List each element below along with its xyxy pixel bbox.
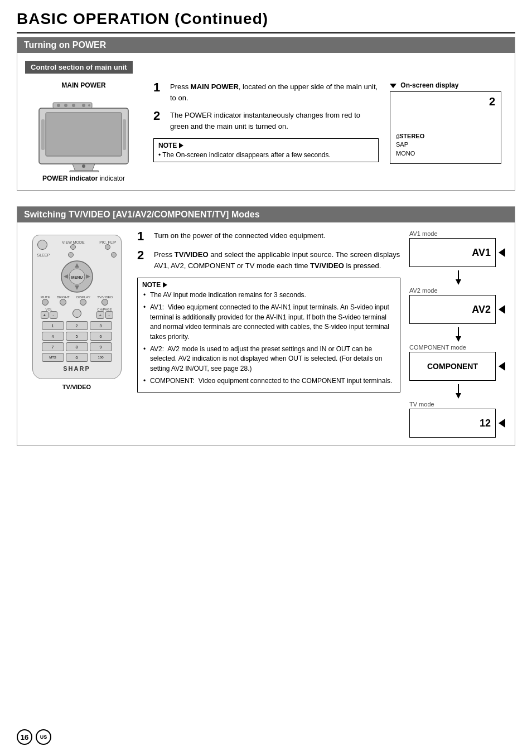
svg-point-9: [88, 104, 90, 106]
component-mode-label: COMPONENT mode: [409, 344, 507, 351]
note-list-2: The AV input mode indication remains for…: [142, 290, 395, 386]
svg-marker-21: [456, 279, 461, 285]
section2-body: VIEW MODE PIC. FLIP SLEEP: [17, 222, 515, 445]
arrow-down-svg-2: [453, 326, 464, 342]
onscreen-label: On-screen display: [390, 81, 507, 89]
remote-bright-btn: [60, 299, 66, 306]
remote-mute-btn: [42, 299, 49, 306]
remote-illustration: VIEW MODE PIC. FLIP SLEEP: [32, 235, 122, 379]
page-container: BASIC OPERATION (Continued) Turning on P…: [0, 0, 532, 756]
arrow-down-2: [409, 324, 507, 344]
switch-step2-text: Press TV/VIDEO and select the applicable…: [154, 249, 400, 271]
step1: 1 Press MAIN POWER, located on the upper…: [153, 81, 379, 103]
svg-rect-2: [41, 119, 45, 150]
remote-btn-1: 1: [42, 321, 64, 330]
note-arrow-2: [163, 282, 167, 288]
section2-header: Switching TV/VIDEO [AV1/AV2/COMPONENT/TV…: [17, 207, 515, 222]
section1-body: Control section of main unit MAIN POWER: [17, 53, 515, 190]
av-modes: AV1 mode AV1 AV: [409, 230, 507, 438]
page-number: 16: [17, 729, 32, 745]
switch-right: AV1 mode AV1 AV: [409, 230, 507, 438]
remote-btn-5: 5: [66, 332, 88, 341]
component-mode-box: COMPONENT: [409, 352, 496, 381]
svg-point-12: [82, 164, 85, 168]
arrow-down-1: [409, 267, 507, 287]
svg-rect-11: [70, 171, 99, 172]
power-content: MAIN POWER: [25, 81, 507, 182]
note-box-2: NOTE The AV input mode indication remain…: [137, 278, 400, 392]
remote-btn-3: 3: [90, 321, 112, 330]
section1-box: Turning on POWER Control section of main…: [17, 37, 515, 191]
step2-num: 2: [153, 110, 166, 122]
tv-illustration: [33, 91, 134, 172]
remote-btn-6: 6: [90, 332, 112, 341]
power-right: On-screen display 2 ⎙STEREOSAPMONO: [390, 81, 507, 182]
page-title: BASIC OPERATION (Continued): [17, 10, 515, 33]
note-text-1: • The On-screen indicator disappears aft…: [158, 151, 374, 159]
remote-menu-area: MENU: [37, 260, 117, 293]
av1-mode-text: AV1: [472, 247, 491, 259]
av1-mode-box: AV1: [409, 238, 496, 267]
svg-point-7: [72, 104, 75, 107]
note-header-2: NOTE: [142, 281, 395, 289]
remote-btn-9: 9: [90, 342, 112, 351]
power-indicator-label: POWER indicator indicator: [42, 175, 125, 182]
svg-rect-3: [123, 119, 126, 150]
switch-content: VIEW MODE PIC. FLIP SLEEP: [25, 230, 507, 438]
arrow-down-svg-3: [453, 383, 464, 399]
av1-arrow-right: [499, 248, 505, 257]
switch-middle: 1 Turn on the power of the connected vid…: [137, 230, 400, 438]
remote-tvvideo-btn: [101, 299, 108, 306]
us-badge: US: [36, 729, 51, 745]
tv-mode-label: TV mode: [409, 401, 507, 408]
remote-viewmode-label: VIEW MODE: [62, 240, 85, 244]
note-item-2: AV1: Video equipment connected to the AV…: [142, 303, 395, 342]
remote-picflip-btn: [105, 244, 110, 250]
remote-btn-0: 0: [66, 353, 88, 362]
note-label-1: NOTE: [158, 142, 177, 149]
remote-viewmode-btn: [70, 244, 76, 250]
av2-arrow-right: [499, 305, 505, 314]
remote-num-grid: 1 2 3 4 5 6 7 8 9 MTS 0 100: [42, 321, 112, 362]
note-arrow-1: [179, 143, 183, 148]
svg-marker-23: [456, 336, 461, 342]
step1-text: Press MAIN POWER, located on the upper s…: [170, 81, 379, 103]
tv-mode-text: 12: [480, 418, 491, 429]
note-item-3: AV2: AV2 mode is used to adjust the pres…: [142, 345, 395, 374]
switch-step2-num: 2: [137, 249, 149, 261]
av1-mode-label: AV1 mode: [409, 230, 507, 237]
av2-mode-label: AV2 mode: [409, 287, 507, 294]
step2: 2 The POWER indicator instantaneously ch…: [153, 110, 379, 132]
step1-num: 1: [153, 81, 166, 94]
note-header-1: NOTE: [158, 142, 374, 149]
remote-top: VIEW MODE PIC. FLIP: [37, 240, 117, 250]
arrow-down-svg-1: [453, 269, 464, 285]
sub-header-control: Control section of main unit: [25, 61, 133, 74]
note-item-1: The AV input mode indication remains for…: [142, 290, 395, 300]
remote-btn-mts: MTS: [42, 353, 64, 362]
note-box-1: NOTE • The On-screen indicator disappear…: [153, 138, 379, 162]
sharp-logo: SHARP: [37, 365, 117, 372]
svg-rect-1: [46, 113, 122, 156]
remote-fav-btn: [111, 252, 117, 258]
tv-video-label: TV/VIDEO: [62, 384, 91, 390]
remote-display-btn: [80, 299, 86, 306]
note-label-2: NOTE: [142, 281, 161, 289]
arrow-down-3: [409, 381, 507, 401]
av2-mode-box: AV2: [409, 295, 496, 324]
switch-step1: 1 Turn on the power of the connected vid…: [137, 230, 400, 243]
remote-center-btn: [72, 309, 81, 318]
remote-sleep-btn: [68, 252, 74, 258]
switch-left: VIEW MODE PIC. FLIP SLEEP: [25, 230, 128, 438]
section1-header: Turning on POWER: [17, 37, 515, 53]
svg-text:MENU: MENU: [71, 275, 83, 279]
onscreen-box: 2 ⎙STEREOSAPMONO: [390, 91, 501, 164]
triangle-icon: [390, 84, 396, 88]
remote-btn-100: 100: [90, 353, 112, 362]
onscreen-bottom: ⎙STEREOSAPMONO: [396, 132, 424, 158]
step2-text: The POWER indicator instantaneously chan…: [170, 110, 379, 132]
remote-power-btn: [37, 240, 47, 250]
switch-step1-text: Turn on the power of the connected video…: [154, 230, 325, 241]
power-middle: 1 Press MAIN POWER, located on the upper…: [153, 81, 379, 182]
tv-mode-box: 12: [409, 409, 496, 438]
